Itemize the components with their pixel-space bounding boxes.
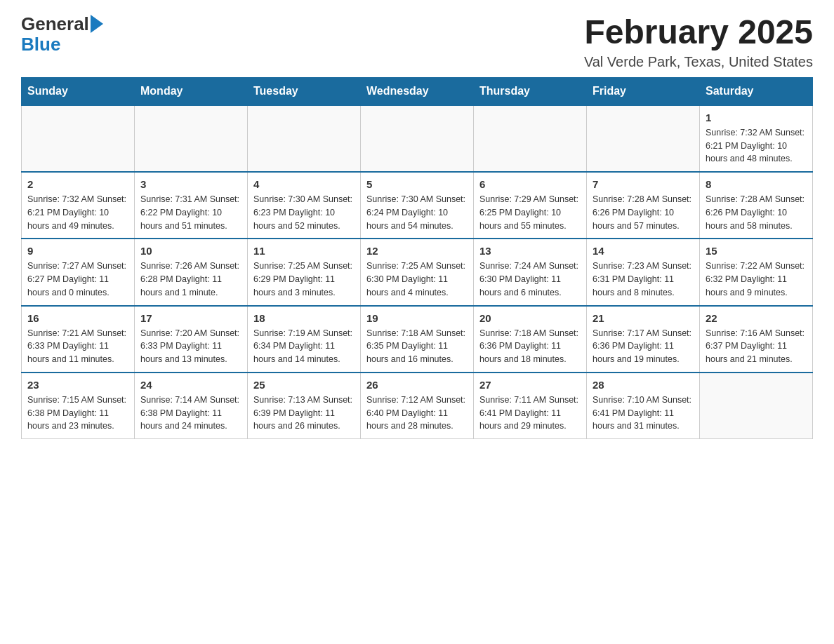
- day-info: Sunrise: 7:13 AM Sunset: 6:39 PM Dayligh…: [253, 394, 355, 433]
- title-section: February 2025 Val Verde Park, Texas, Uni…: [584, 14, 813, 70]
- day-number: 7: [593, 178, 694, 190]
- calendar-cell: 9Sunrise: 7:27 AM Sunset: 6:27 PM Daylig…: [22, 239, 135, 305]
- day-info: Sunrise: 7:28 AM Sunset: 6:26 PM Dayligh…: [593, 193, 694, 232]
- weekday-header-friday: Friday: [587, 77, 700, 105]
- day-info: Sunrise: 7:24 AM Sunset: 6:30 PM Dayligh…: [479, 260, 581, 299]
- calendar-cell: 11Sunrise: 7:25 AM Sunset: 6:29 PM Dayli…: [248, 239, 361, 305]
- weekday-header-saturday: Saturday: [700, 77, 813, 105]
- day-number: 13: [479, 245, 581, 257]
- day-info: Sunrise: 7:25 AM Sunset: 6:29 PM Dayligh…: [253, 260, 355, 299]
- day-number: 10: [140, 245, 241, 257]
- day-info: Sunrise: 7:27 AM Sunset: 6:27 PM Dayligh…: [27, 260, 128, 299]
- day-number: 9: [27, 245, 128, 257]
- calendar-cell: 21Sunrise: 7:17 AM Sunset: 6:36 PM Dayli…: [587, 306, 700, 373]
- day-info: Sunrise: 7:22 AM Sunset: 6:32 PM Dayligh…: [706, 260, 807, 299]
- calendar-cell: 13Sunrise: 7:24 AM Sunset: 6:30 PM Dayli…: [474, 239, 587, 305]
- calendar-cell: 8Sunrise: 7:28 AM Sunset: 6:26 PM Daylig…: [700, 172, 813, 239]
- logo-arrow-icon: [91, 15, 103, 33]
- day-info: Sunrise: 7:10 AM Sunset: 6:41 PM Dayligh…: [593, 394, 694, 433]
- day-info: Sunrise: 7:25 AM Sunset: 6:30 PM Dayligh…: [366, 260, 468, 299]
- calendar-header: SundayMondayTuesdayWednesdayThursdayFrid…: [22, 77, 813, 105]
- day-number: 12: [366, 245, 468, 257]
- day-info: Sunrise: 7:20 AM Sunset: 6:33 PM Dayligh…: [140, 327, 241, 366]
- day-info: Sunrise: 7:14 AM Sunset: 6:38 PM Dayligh…: [140, 394, 241, 433]
- calendar-cell: 10Sunrise: 7:26 AM Sunset: 6:28 PM Dayli…: [135, 239, 248, 305]
- calendar-cell: 19Sunrise: 7:18 AM Sunset: 6:35 PM Dayli…: [361, 306, 474, 373]
- day-number: 17: [140, 312, 241, 324]
- calendar-week-4: 16Sunrise: 7:21 AM Sunset: 6:33 PM Dayli…: [22, 306, 813, 373]
- day-info: Sunrise: 7:18 AM Sunset: 6:35 PM Dayligh…: [366, 327, 468, 366]
- day-number: 5: [366, 178, 468, 190]
- calendar-cell: 14Sunrise: 7:23 AM Sunset: 6:31 PM Dayli…: [587, 239, 700, 305]
- calendar-cell: 27Sunrise: 7:11 AM Sunset: 6:41 PM Dayli…: [474, 373, 587, 439]
- day-info: Sunrise: 7:11 AM Sunset: 6:41 PM Dayligh…: [479, 394, 581, 433]
- calendar-body: 1Sunrise: 7:32 AM Sunset: 6:21 PM Daylig…: [22, 105, 813, 439]
- calendar-cell: 6Sunrise: 7:29 AM Sunset: 6:25 PM Daylig…: [474, 172, 587, 239]
- calendar-cell: [474, 105, 587, 172]
- calendar-cell: 1Sunrise: 7:32 AM Sunset: 6:21 PM Daylig…: [700, 105, 813, 172]
- calendar-cell: 20Sunrise: 7:18 AM Sunset: 6:36 PM Dayli…: [474, 306, 587, 373]
- day-number: 18: [253, 312, 355, 324]
- calendar-cell: 26Sunrise: 7:12 AM Sunset: 6:40 PM Dayli…: [361, 373, 474, 439]
- logo-general-text: General: [21, 14, 89, 34]
- day-info: Sunrise: 7:16 AM Sunset: 6:37 PM Dayligh…: [706, 327, 807, 366]
- day-info: Sunrise: 7:31 AM Sunset: 6:22 PM Dayligh…: [140, 193, 241, 232]
- day-number: 2: [27, 178, 128, 190]
- logo-blue-text: Blue: [21, 34, 60, 55]
- calendar-cell: 18Sunrise: 7:19 AM Sunset: 6:34 PM Dayli…: [248, 306, 361, 373]
- weekday-header-monday: Monday: [135, 77, 248, 105]
- day-info: Sunrise: 7:17 AM Sunset: 6:36 PM Dayligh…: [593, 327, 694, 366]
- calendar-cell: 5Sunrise: 7:30 AM Sunset: 6:24 PM Daylig…: [361, 172, 474, 239]
- calendar-cell: 22Sunrise: 7:16 AM Sunset: 6:37 PM Dayli…: [700, 306, 813, 373]
- day-number: 19: [366, 312, 468, 324]
- month-title: February 2025: [584, 14, 813, 51]
- calendar-cell: 25Sunrise: 7:13 AM Sunset: 6:39 PM Dayli…: [248, 373, 361, 439]
- day-info: Sunrise: 7:30 AM Sunset: 6:23 PM Dayligh…: [253, 193, 355, 232]
- day-number: 27: [479, 379, 581, 391]
- calendar-cell: 7Sunrise: 7:28 AM Sunset: 6:26 PM Daylig…: [587, 172, 700, 239]
- weekday-header-thursday: Thursday: [474, 77, 587, 105]
- weekday-header-tuesday: Tuesday: [248, 77, 361, 105]
- day-number: 22: [706, 312, 807, 324]
- day-number: 21: [593, 312, 694, 324]
- calendar-week-5: 23Sunrise: 7:15 AM Sunset: 6:38 PM Dayli…: [22, 373, 813, 439]
- calendar-cell: [248, 105, 361, 172]
- day-number: 11: [253, 245, 355, 257]
- day-number: 6: [479, 178, 581, 190]
- calendar-cell: [22, 105, 135, 172]
- calendar-table: SundayMondayTuesdayWednesdayThursdayFrid…: [21, 77, 813, 439]
- calendar-cell: [361, 105, 474, 172]
- day-info: Sunrise: 7:32 AM Sunset: 6:21 PM Dayligh…: [27, 193, 128, 232]
- day-number: 1: [706, 112, 807, 123]
- weekday-header-sunday: Sunday: [22, 77, 135, 105]
- day-number: 24: [140, 379, 241, 391]
- calendar-cell: 15Sunrise: 7:22 AM Sunset: 6:32 PM Dayli…: [700, 239, 813, 305]
- day-number: 23: [27, 379, 128, 391]
- day-info: Sunrise: 7:28 AM Sunset: 6:26 PM Dayligh…: [706, 193, 807, 232]
- calendar-cell: 16Sunrise: 7:21 AM Sunset: 6:33 PM Dayli…: [22, 306, 135, 373]
- day-number: 16: [27, 312, 128, 324]
- day-number: 28: [593, 379, 694, 391]
- day-info: Sunrise: 7:23 AM Sunset: 6:31 PM Dayligh…: [593, 260, 694, 299]
- calendar-cell: 24Sunrise: 7:14 AM Sunset: 6:38 PM Dayli…: [135, 373, 248, 439]
- day-info: Sunrise: 7:18 AM Sunset: 6:36 PM Dayligh…: [479, 327, 581, 366]
- day-number: 3: [140, 178, 241, 190]
- calendar-cell: [587, 105, 700, 172]
- calendar-cell: 17Sunrise: 7:20 AM Sunset: 6:33 PM Dayli…: [135, 306, 248, 373]
- day-info: Sunrise: 7:32 AM Sunset: 6:21 PM Dayligh…: [706, 126, 807, 166]
- weekday-header-wednesday: Wednesday: [361, 77, 474, 105]
- calendar-cell: 4Sunrise: 7:30 AM Sunset: 6:23 PM Daylig…: [248, 172, 361, 239]
- calendar-week-2: 2Sunrise: 7:32 AM Sunset: 6:21 PM Daylig…: [22, 172, 813, 239]
- day-number: 25: [253, 379, 355, 391]
- day-info: Sunrise: 7:12 AM Sunset: 6:40 PM Dayligh…: [366, 394, 468, 433]
- calendar-cell: 3Sunrise: 7:31 AM Sunset: 6:22 PM Daylig…: [135, 172, 248, 239]
- calendar-cell: 2Sunrise: 7:32 AM Sunset: 6:21 PM Daylig…: [22, 172, 135, 239]
- calendar-week-3: 9Sunrise: 7:27 AM Sunset: 6:27 PM Daylig…: [22, 239, 813, 305]
- calendar-cell: [135, 105, 248, 172]
- day-info: Sunrise: 7:21 AM Sunset: 6:33 PM Dayligh…: [27, 327, 128, 366]
- day-info: Sunrise: 7:26 AM Sunset: 6:28 PM Dayligh…: [140, 260, 241, 299]
- day-info: Sunrise: 7:30 AM Sunset: 6:24 PM Dayligh…: [366, 193, 468, 232]
- calendar-cell: 23Sunrise: 7:15 AM Sunset: 6:38 PM Dayli…: [22, 373, 135, 439]
- day-number: 26: [366, 379, 468, 391]
- day-info: Sunrise: 7:19 AM Sunset: 6:34 PM Dayligh…: [253, 327, 355, 366]
